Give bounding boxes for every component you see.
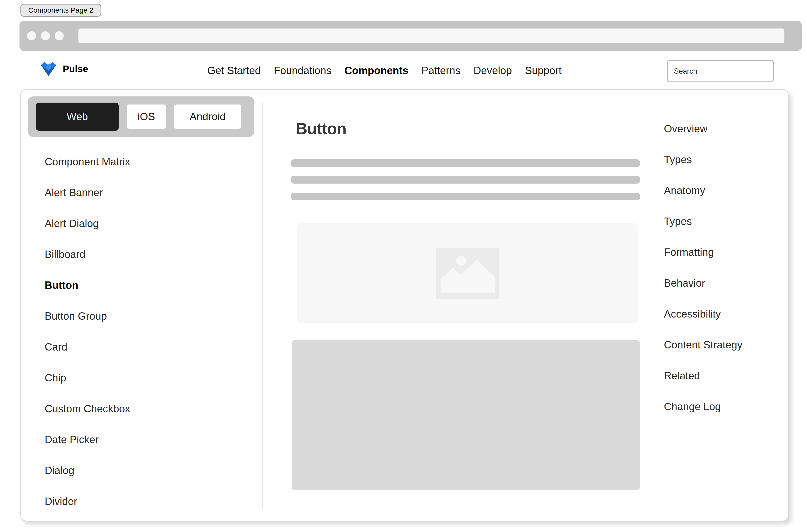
toc-item-behavior[interactable]: Behavior — [664, 278, 778, 288]
sidebar-divider — [262, 102, 263, 509]
toc-item-types[interactable]: Types — [664, 216, 778, 227]
toc: OverviewTypesAnatomyTypesFormattingBehav… — [664, 123, 778, 432]
sidebar-item-alert-banner[interactable]: Alert Banner — [45, 187, 259, 198]
toc-item-types[interactable]: Types — [664, 154, 778, 165]
toc-item-accessibility[interactable]: Accessibility — [664, 308, 778, 319]
toc-item-overview[interactable]: Overview — [664, 123, 778, 134]
content-block-placeholder — [292, 340, 640, 490]
media-placeholder — [297, 223, 638, 323]
nav-item-components[interactable]: Components — [345, 64, 408, 76]
platform-tab-android[interactable]: Android — [174, 104, 241, 129]
docs-window: WebiOSAndroid Component MatrixAlert Bann… — [20, 89, 789, 521]
window-dot — [55, 31, 64, 40]
nav-item-get-started[interactable]: Get Started — [207, 64, 261, 76]
sidebar-item-chip[interactable]: Chip — [45, 373, 259, 383]
toc-item-anatomy[interactable]: Anatomy — [664, 185, 778, 196]
platform-switcher: WebiOSAndroid — [28, 96, 254, 137]
nav-item-patterns[interactable]: Patterns — [421, 64, 460, 76]
window-dot — [27, 31, 36, 40]
window-dot — [41, 31, 50, 40]
toc-item-content-strategy[interactable]: Content Strategy — [664, 339, 778, 350]
nav-item-foundations[interactable]: Foundations — [274, 64, 331, 76]
main-nav: Get StartedFoundationsComponentsPatterns… — [207, 64, 562, 76]
image-placeholder-icon — [436, 248, 499, 299]
toc-item-related[interactable]: Related — [664, 370, 778, 381]
search-box — [667, 60, 774, 82]
toc-item-change-log[interactable]: Change Log — [664, 401, 778, 412]
platform-tab-ios[interactable]: iOS — [127, 104, 166, 129]
skeleton-line — [291, 176, 640, 184]
design-canvas: Components Page 2 Pulse Get StartedFound… — [0, 0, 807, 532]
toc-item-formatting[interactable]: Formatting — [664, 247, 778, 258]
sidebar-item-component-matrix[interactable]: Component Matrix — [45, 156, 259, 167]
page-tab[interactable]: Components Page 2 — [20, 4, 101, 17]
skeleton-line — [291, 159, 640, 167]
sidebar-item-dialog[interactable]: Dialog — [45, 465, 259, 476]
sidebar-item-divider[interactable]: Divider — [45, 496, 259, 507]
window-controls — [27, 21, 64, 51]
sidebar-item-button-group[interactable]: Button Group — [45, 311, 259, 322]
pulse-logo-icon — [40, 61, 57, 76]
search-input[interactable] — [674, 67, 767, 76]
brand[interactable]: Pulse — [40, 61, 88, 76]
component-nav: Component MatrixAlert BannerAlert Dialog… — [45, 156, 259, 527]
page-title: Button — [296, 119, 346, 138]
sidebar-item-custom-checkbox[interactable]: Custom Checkbox — [45, 403, 259, 414]
sidebar-item-alert-dialog[interactable]: Alert Dialog — [45, 218, 259, 229]
platform-tab-web[interactable]: Web — [36, 102, 118, 131]
skeleton-line — [291, 193, 640, 200]
sidebar-item-button[interactable]: Button — [45, 280, 259, 291]
nav-item-develop[interactable]: Develop — [474, 64, 512, 76]
sidebar-item-billboard[interactable]: Billboard — [45, 249, 259, 260]
skeleton-lines — [291, 159, 640, 209]
nav-item-support[interactable]: Support — [525, 64, 562, 76]
address-bar[interactable] — [78, 28, 784, 43]
sidebar-item-date-picker[interactable]: Date Picker — [45, 434, 259, 445]
sidebar-item-card[interactable]: Card — [45, 342, 259, 353]
brand-name: Pulse — [63, 64, 88, 74]
browser-chrome — [19, 21, 802, 51]
